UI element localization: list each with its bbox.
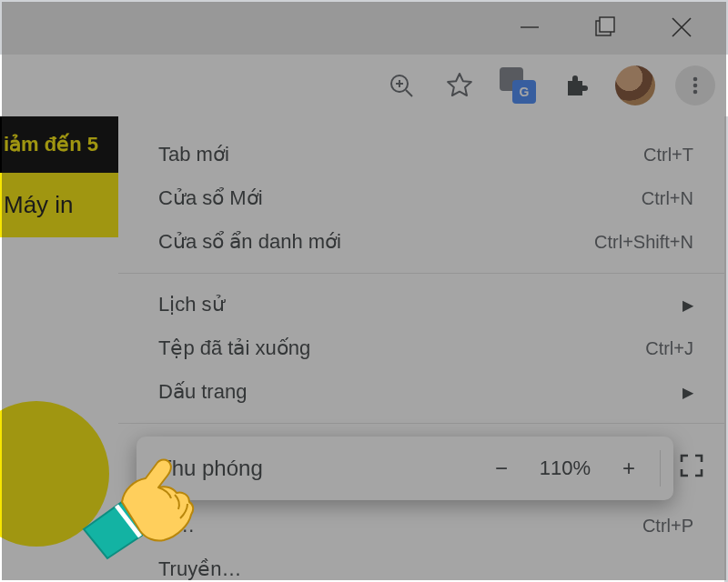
- address-bar: G: [0, 55, 728, 116]
- zoom-label: Thu phóng: [158, 456, 476, 481]
- menu-item-label: Tab mới: [158, 143, 643, 166]
- zoom-value: 110%: [527, 457, 603, 480]
- menu-item-label: Truyền…: [158, 557, 693, 581]
- zoom-highlight-card: Thu phóng − 110% +: [136, 436, 673, 500]
- zoom-in-button[interactable]: +: [603, 443, 654, 494]
- menu-item-accel: Ctrl+T: [643, 145, 693, 166]
- zoom-divider: [660, 450, 661, 487]
- pointer-hand-icon: [80, 442, 198, 564]
- close-button[interactable]: [668, 14, 695, 41]
- bookmark-star-button[interactable]: [440, 66, 479, 105]
- menu-separator: [118, 273, 724, 274]
- star-icon: [445, 71, 474, 100]
- menu-item-downloads[interactable]: Tệp đã tải xuống Ctrl+J: [118, 326, 724, 370]
- menu-item-accel: Ctrl+P: [642, 516, 693, 537]
- menu-item-bookmarks[interactable]: Dấu trang ▶: [118, 370, 724, 414]
- chrome-menu-button[interactable]: [675, 65, 715, 105]
- menu-item-label: Dấu trang: [158, 380, 675, 404]
- svg-point-9: [693, 77, 698, 82]
- menu-separator: [118, 423, 724, 424]
- maximize-icon: [593, 15, 617, 39]
- menu-item-label: Tệp đã tải xuống: [158, 336, 645, 360]
- menu-item-new-incognito[interactable]: Cửa sổ ẩn danh mới Ctrl+Shift+N: [118, 220, 724, 264]
- maximize-button[interactable]: [593, 15, 617, 39]
- menu-item-accel: Ctrl+Shift+N: [594, 232, 693, 253]
- menu-item-label: In…: [158, 514, 642, 537]
- svg-line-6: [406, 90, 412, 96]
- svg-point-10: [693, 84, 698, 88]
- menu-item-label: Cửa sổ ẩn danh mới: [158, 230, 594, 254]
- zoom-out-button[interactable]: −: [476, 443, 527, 494]
- menu-item-label: Cửa sổ Mới: [158, 186, 642, 210]
- fullscreen-button[interactable]: [679, 453, 704, 484]
- menu-item-cast[interactable]: Truyền…: [118, 547, 724, 582]
- zoom-indicator-button[interactable]: [382, 66, 420, 105]
- screenshot-root: G iảm đến 5 Máy in: [0, 0, 728, 582]
- svg-rect-2: [600, 17, 614, 32]
- submenu-arrow-icon: ▶: [682, 296, 693, 314]
- fullscreen-icon: [679, 453, 704, 478]
- profile-avatar-button[interactable]: [615, 65, 655, 105]
- menu-item-history[interactable]: Lịch sử ▶: [118, 283, 724, 326]
- extensions-button[interactable]: [557, 66, 595, 105]
- translate-button[interactable]: G: [499, 66, 537, 105]
- menu-item-new-tab[interactable]: Tab mới Ctrl+T: [118, 133, 724, 176]
- close-icon: [668, 14, 695, 41]
- menu-item-label: Lịch sử: [158, 293, 675, 316]
- svg-point-11: [693, 90, 698, 95]
- toolbar-right: G: [382, 55, 715, 116]
- magnifier-plus-icon: [388, 72, 415, 99]
- promo-banner-yellow[interactable]: Máy in: [0, 173, 118, 237]
- menu-item-new-window[interactable]: Cửa sổ Mới Ctrl+N: [118, 176, 724, 220]
- puzzle-icon: [562, 72, 590, 99]
- menu-item-accel: Ctrl+J: [645, 338, 693, 359]
- menu-item-accel: Ctrl+N: [642, 188, 693, 209]
- menu-item-print[interactable]: In… Ctrl+P: [118, 504, 724, 547]
- minimize-button[interactable]: [517, 15, 542, 40]
- zoom-controls: − 110% +: [476, 443, 666, 494]
- minimize-icon: [517, 15, 542, 40]
- menu-item-zoom: Thu phóng − 110% +: [118, 433, 724, 504]
- window-caption: [0, 0, 728, 55]
- promo-banner-dark: iảm đến 5: [0, 116, 118, 173]
- translate-icon: G: [500, 67, 536, 104]
- submenu-arrow-icon: ▶: [682, 384, 693, 401]
- chrome-main-menu: Tab mới Ctrl+T Cửa sổ Mới Ctrl+N Cửa sổ …: [118, 116, 724, 582]
- more-vert-icon: [685, 75, 705, 95]
